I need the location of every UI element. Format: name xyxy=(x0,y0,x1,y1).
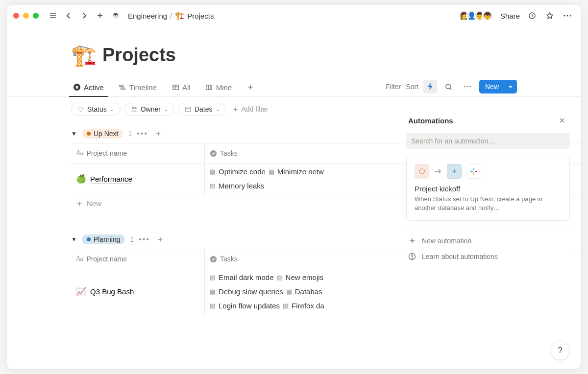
svg-point-35 xyxy=(134,107,136,109)
task-chip[interactable]: ▤Firefox da xyxy=(283,302,324,310)
share-button[interactable]: Share xyxy=(500,12,520,20)
help-button[interactable]: ? xyxy=(551,342,569,359)
add-filter-button[interactable]: Add filter xyxy=(232,105,269,113)
filter-button[interactable]: Filter xyxy=(386,83,401,91)
maximize-window-button[interactable] xyxy=(33,13,39,19)
tab-label: All xyxy=(182,83,191,92)
more-icon[interactable] xyxy=(562,10,573,21)
chevron-down-icon: ⌄ xyxy=(164,106,168,113)
task-chip[interactable]: ▤New emojis xyxy=(277,273,324,281)
chevron-down-icon: ⌄ xyxy=(110,106,114,113)
timeline-icon xyxy=(119,83,126,91)
favorite-icon[interactable] xyxy=(544,10,555,21)
task-chip[interactable]: ▤Minimize netw xyxy=(269,167,324,176)
column-header-name[interactable]: Aa Project name xyxy=(71,249,204,269)
tab-active[interactable]: Active xyxy=(71,80,106,96)
arrow-right-icon xyxy=(434,168,442,174)
task-chip[interactable]: ▤Email dark mode xyxy=(210,273,274,281)
group-more-button[interactable]: ••• xyxy=(139,235,150,244)
svg-point-12 xyxy=(564,15,565,16)
search-button[interactable] xyxy=(442,80,456,94)
svg-point-31 xyxy=(467,86,468,88)
new-button-dropdown[interactable] xyxy=(504,80,517,94)
filter-pill-owner[interactable]: Owner ⌄ xyxy=(124,103,174,116)
table-row[interactable]: 📈 Q3 Bug Bash ▤Email dark mode ▤New emoj… xyxy=(71,269,581,314)
tab-all[interactable]: All xyxy=(170,80,193,96)
svg-rect-17 xyxy=(120,85,123,86)
page-icon[interactable]: 🏗️ xyxy=(71,43,97,67)
menu-icon[interactable] xyxy=(48,10,58,21)
sort-button[interactable]: Sort xyxy=(406,83,418,91)
tab-label: Mine xyxy=(216,83,232,92)
tab-timeline[interactable]: Timeline xyxy=(117,80,159,96)
svg-rect-19 xyxy=(172,85,178,89)
svg-point-32 xyxy=(469,86,471,88)
group-add-button[interactable] xyxy=(153,128,164,139)
task-chip[interactable]: ▤Optimize code xyxy=(210,167,266,176)
star-filled-icon xyxy=(73,83,81,91)
group-name: Planning xyxy=(94,235,121,243)
collaborator-avatars[interactable]: 👩 👤 👨 👦 xyxy=(458,10,493,22)
breadcrumb-page-icon: 🏗️ xyxy=(175,11,184,20)
automation-card[interactable]: + Project kickoff When Status set to Up … xyxy=(406,156,570,221)
svg-point-33 xyxy=(79,107,83,112)
forward-button[interactable] xyxy=(79,10,90,21)
svg-line-10 xyxy=(532,16,533,17)
breadcrumb-root[interactable]: Engineering xyxy=(128,12,167,20)
group-add-button[interactable] xyxy=(155,234,166,245)
new-button-label: New xyxy=(479,83,504,91)
svg-point-13 xyxy=(566,15,568,16)
collapse-toggle[interactable]: ▼ xyxy=(71,236,77,243)
view-tabs: Active Timeline All Mine xyxy=(7,71,581,97)
svg-point-50 xyxy=(419,169,424,174)
table-icon xyxy=(172,83,179,91)
close-panel-button[interactable] xyxy=(556,115,568,126)
task-chip[interactable]: ▤Memory leaks xyxy=(210,182,264,190)
back-button[interactable] xyxy=(63,10,74,21)
group-more-button[interactable]: ••• xyxy=(137,129,148,138)
stack-icon[interactable] xyxy=(110,10,121,21)
automation-search-input[interactable]: Search for an automation… xyxy=(406,133,570,149)
updates-icon[interactable] xyxy=(527,10,538,21)
row-name[interactable]: Q3 Bug Bash xyxy=(90,287,134,296)
filter-label: Owner xyxy=(141,105,161,113)
minimize-window-button[interactable] xyxy=(23,13,29,19)
view-more-button[interactable] xyxy=(461,80,474,94)
task-chip[interactable]: ▤Debug slow queries xyxy=(210,287,283,296)
window-controls xyxy=(13,13,39,19)
row-name[interactable]: Performance xyxy=(90,175,132,183)
task-chip[interactable]: ▤Login flow updates xyxy=(210,302,280,310)
new-button[interactable]: New xyxy=(479,80,517,94)
svg-point-14 xyxy=(570,15,571,16)
svg-point-30 xyxy=(464,86,466,88)
filter-pill-status[interactable]: Status ⌄ xyxy=(71,103,121,116)
column-header-name[interactable]: Aa Project name xyxy=(71,143,204,163)
row-icon: 🍏 xyxy=(76,174,86,184)
page-title[interactable]: Projects xyxy=(102,45,176,66)
svg-rect-36 xyxy=(186,107,191,112)
automations-button[interactable] xyxy=(423,80,437,94)
svg-rect-52 xyxy=(473,168,474,170)
task-chip[interactable]: ▤Databas xyxy=(286,287,322,296)
close-window-button[interactable] xyxy=(13,13,19,19)
collapse-toggle[interactable]: ▼ xyxy=(71,130,77,137)
app-window: Engineering / 🏗️ Projects 👩 👤 👨 👦 Share xyxy=(7,5,581,369)
plus-icon xyxy=(246,83,254,91)
tab-label: Active xyxy=(84,83,104,92)
tab-mine[interactable]: Mine xyxy=(203,80,234,96)
svg-point-34 xyxy=(132,107,134,109)
group-tag[interactable]: Planning xyxy=(82,234,125,244)
automation-card-title: Project kickoff xyxy=(415,185,562,193)
learn-automations-link[interactable]: Learn about automations xyxy=(406,249,570,264)
new-page-button[interactable] xyxy=(95,10,105,21)
svg-point-59 xyxy=(412,258,412,259)
add-view-button[interactable] xyxy=(245,80,256,96)
group-count: 1 xyxy=(128,130,132,138)
filter-pill-dates[interactable]: Dates ⌄ xyxy=(178,103,226,116)
new-automation-button[interactable]: New automation xyxy=(406,233,570,249)
chevron-down-icon: ⌄ xyxy=(216,106,220,113)
divider xyxy=(406,229,570,229)
breadcrumb-page[interactable]: Projects xyxy=(187,12,214,20)
group-tag[interactable]: Up Next xyxy=(82,129,123,139)
automations-panel: Automations Search for an automation… + xyxy=(406,115,570,268)
